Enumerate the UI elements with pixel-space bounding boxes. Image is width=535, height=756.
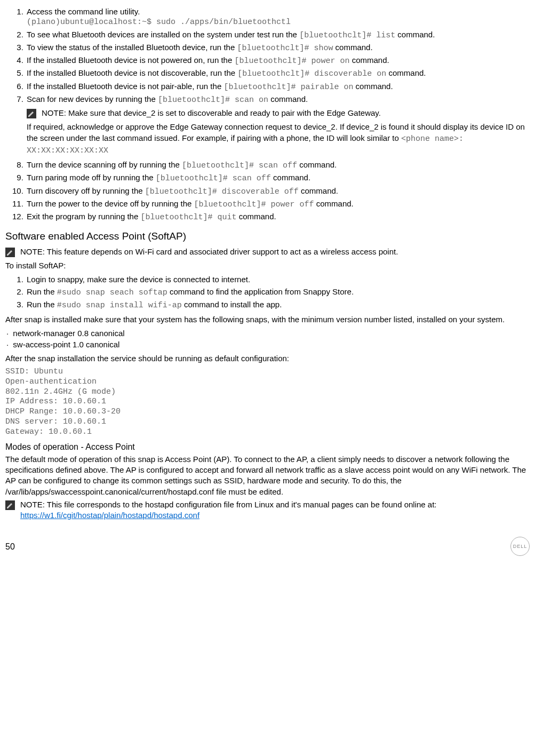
- softap-steps-list: Login to snappy, make sure the device is…: [5, 274, 530, 311]
- modes-note-body: NOTE: This file corresponds to the hosta…: [20, 499, 530, 521]
- pencil-icon: [5, 248, 15, 257]
- modes-note-pre: NOTE: This file corresponds to the hosta…: [20, 500, 437, 509]
- page-footer: 50 DELL: [5, 537, 530, 556]
- step-1-text: Access the command line utility.: [27, 7, 140, 16]
- step-2-post: command.: [395, 30, 435, 39]
- step-9-post: command.: [271, 173, 310, 182]
- step-3: To view the status of the installed Blue…: [26, 42, 530, 54]
- step-5-code: [bluetoothclt]# discoverable on: [237, 69, 386, 78]
- step-12: Exit the program by running the [bluetoo…: [26, 211, 530, 223]
- step-10-code: [bluetoothclt]# discoverable off: [145, 187, 299, 196]
- softap-install-heading: To install SoftAP:: [5, 260, 530, 271]
- softap-step-1: Login to snappy, make sure the device is…: [26, 274, 530, 285]
- step-3-post: command.: [333, 43, 372, 52]
- step-4-pre: If the installed Bluetooth device is not…: [27, 55, 234, 65]
- softap-heading: Software enabled Access Point (SoftAP): [5, 229, 530, 243]
- step-7-code: [bluetoothclt]# scan on: [158, 96, 268, 105]
- pencil-icon: [27, 109, 36, 118]
- softap-step-2-code: #sudo snap seach softap: [57, 288, 167, 297]
- step-3-pre: To view the status of the installed Blue…: [27, 43, 237, 52]
- step-8-post: command.: [297, 160, 337, 169]
- softap-step-3-post: command to install the app.: [182, 300, 282, 309]
- step-5: If the installed Bluetooth device is not…: [26, 68, 530, 79]
- softap-note: NOTE: This feature depends on Wi-Fi card…: [5, 246, 530, 257]
- softap-step-3-code: #sudo snap install wifi-ap: [57, 301, 182, 310]
- step-7-extra: If required, acknowledge or approve the …: [27, 122, 530, 156]
- step-6-post: command.: [353, 82, 393, 91]
- step-5-post: command.: [386, 68, 426, 77]
- softap-step-3-pre: Run the: [27, 300, 57, 309]
- step-8-code: [bluetoothclt]# scan off: [182, 161, 297, 170]
- step-4-post: command.: [349, 55, 389, 65]
- step-2-code: [bluetoothclt]# list: [299, 31, 395, 40]
- step-2-pre: To see what Bluetooth devices are instal…: [27, 30, 299, 39]
- step-11: Turn the power to the device off by runn…: [26, 198, 530, 210]
- softap-step-3: Run the #sudo snap install wifi-ap comma…: [26, 299, 530, 311]
- step-12-code: [bluetoothclt]# quit: [140, 213, 236, 222]
- step-7: Scan for new devices by running the [blu…: [26, 94, 530, 156]
- step-10-pre: Turn discovery off by running the: [27, 186, 145, 195]
- page-number: 50: [5, 541, 15, 553]
- snaps-item-1: network-manager 0.8 canonical: [6, 328, 530, 339]
- step-6-code: [bluetoothclt]# pairable on: [223, 83, 353, 92]
- step-9-pre: Turn paring mode off by running the: [27, 173, 156, 182]
- step-10-post: command.: [299, 186, 338, 195]
- step-6-pre: If the installed Bluetooth device is not…: [27, 82, 223, 91]
- step-9: Turn paring mode off by running the [blu…: [26, 172, 530, 184]
- softap-step-2-post: command to find the application from Sna…: [167, 287, 354, 296]
- step-5-pre: If the installed Bluetooth device is not…: [27, 68, 237, 77]
- step-11-code: [bluetoothclt]# power off: [194, 200, 314, 209]
- softap-step-2-pre: Run the: [27, 287, 57, 296]
- softap-after-snap: After the snap installation the service …: [5, 353, 530, 364]
- step-9-code: [bluetoothclt]# scan off: [156, 174, 271, 183]
- step-3-code: [bluetoothclt]# show: [237, 44, 333, 53]
- dell-logo-icon: DELL: [510, 537, 530, 556]
- step-7-pre: Scan for new devices by running the: [27, 94, 158, 104]
- softap-step-2: Run the #sudo snap seach softap command …: [26, 287, 530, 298]
- step-4: If the installed Bluetooth device is not…: [26, 55, 530, 67]
- step-7-post: command.: [268, 94, 308, 104]
- snaps-item-2: sw-access-point 1.0 canonical: [6, 339, 530, 350]
- hostapd-link[interactable]: https://w1.fi/cgit/hostap/plain/hostapd/…: [20, 511, 199, 520]
- step-6: If the installed Bluetooth device is not…: [26, 81, 530, 93]
- modes-heading: Modes of operation - Access Point: [5, 441, 530, 453]
- modes-note: NOTE: This file corresponds to the hosta…: [5, 499, 530, 521]
- softap-note-text: NOTE: This feature depends on Wi-Fi card…: [20, 246, 398, 257]
- step-11-post: command.: [314, 199, 354, 208]
- modes-body: The default mode of operation of this sn…: [5, 454, 530, 497]
- bluetooth-steps-list: Access the command line utility. (plano)…: [5, 6, 530, 223]
- step-7-note-text: NOTE: Make sure that device_2 is set to …: [42, 108, 381, 118]
- step-1: Access the command line utility. (plano)…: [26, 6, 530, 28]
- step-11-pre: Turn the power to the device off by runn…: [27, 199, 194, 208]
- step-2: To see what Bluetooth devices are instal…: [26, 29, 530, 41]
- step-12-post: command.: [236, 212, 276, 221]
- step-10: Turn discovery off by running the [bluet…: [26, 186, 530, 197]
- step-12-pre: Exit the program by running the: [27, 212, 140, 221]
- step-7-note: NOTE: Make sure that device_2 is set to …: [27, 108, 530, 118]
- softap-config-block: SSID: Ubuntu Open-authentication 802.11n…: [5, 367, 530, 437]
- step-8: Turn the device scanning off by running …: [26, 160, 530, 171]
- step-8-pre: Turn the device scanning off by running …: [27, 160, 182, 169]
- softap-after-install: After snap is installed make sure that y…: [5, 314, 530, 325]
- snaps-list: network-manager 0.8 canonical sw-access-…: [5, 328, 530, 350]
- step-1-cmd: (plano)ubuntu@localhost:~$ sudo ./apps/b…: [27, 17, 530, 28]
- pencil-icon: [5, 500, 15, 510]
- step-4-code: [bluetoothclt]# power on: [234, 57, 349, 66]
